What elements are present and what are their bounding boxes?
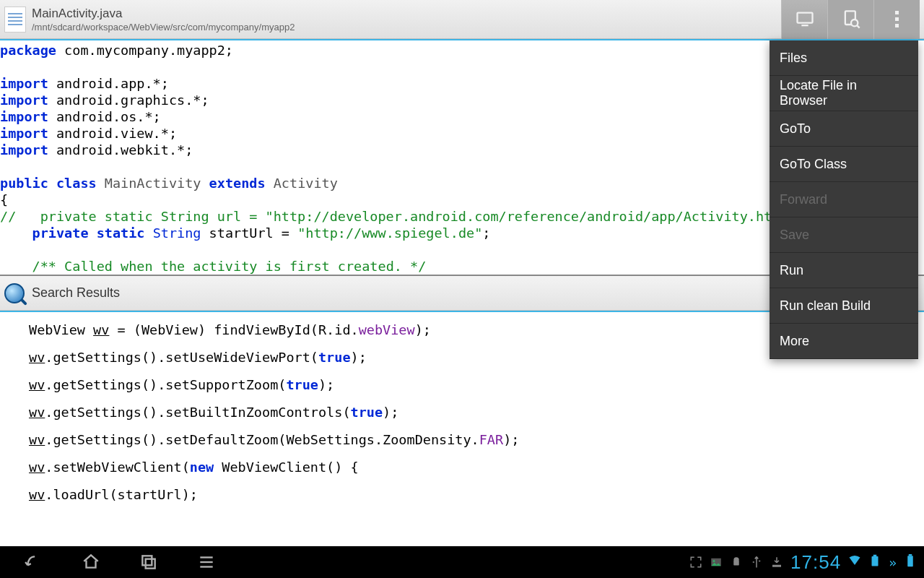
kw-import: import <box>0 126 48 141</box>
type-string: String <box>145 225 201 241</box>
semicolon: ; <box>482 225 490 241</box>
comment-url: // private static String url = "http://d… <box>0 209 788 224</box>
android-icon <box>730 556 743 569</box>
back-button[interactable] <box>4 553 62 571</box>
kw-import: import <box>0 92 48 108</box>
svg-rect-19 <box>909 554 912 556</box>
menu-item-forward: Forward <box>770 182 918 217</box>
search-button[interactable] <box>827 0 873 39</box>
svg-rect-6 <box>146 559 155 569</box>
overflow-menu: Files Locate File in Browser GoTo GoTo C… <box>770 40 918 359</box>
recent-icon <box>139 553 159 571</box>
import-1: android.graphics.*; <box>48 92 209 108</box>
chevron-right-icon: » <box>889 555 897 570</box>
super-name: Activity <box>266 176 338 191</box>
svg-rect-12 <box>733 560 739 566</box>
file-path: /mnt/sdcard/workspace/WebView/src/com/my… <box>32 22 295 33</box>
result-row[interactable]: wv.getSettings().setSupportZoom(true); <box>0 371 924 399</box>
kw-import: import <box>0 76 48 91</box>
svg-rect-16 <box>872 556 879 566</box>
menu-button[interactable] <box>178 553 235 571</box>
svg-line-4 <box>857 25 860 28</box>
overflow-menu-button[interactable] <box>873 0 920 39</box>
menu-item-files[interactable]: Files <box>770 40 918 76</box>
title-bar: MainActivity.java /mnt/sdcard/workspace/… <box>0 0 924 39</box>
pkg-name: com.mycompany.myapp2; <box>56 43 233 58</box>
import-2: android.os.*; <box>48 109 161 124</box>
result-row[interactable]: wv.getSettings().setDefaultZoom(WebSetti… <box>0 426 924 454</box>
status-area[interactable]: 17:54 » <box>689 551 920 574</box>
svg-rect-15 <box>772 566 781 567</box>
svg-point-11 <box>713 560 715 562</box>
search-icon <box>4 283 25 303</box>
comment-javadoc: /** Called when the activity is first cr… <box>32 259 427 274</box>
menu-item-goto[interactable]: GoTo <box>770 111 918 147</box>
clock: 17:54 <box>790 551 841 574</box>
home-icon <box>81 553 101 571</box>
overflow-icon <box>895 11 899 27</box>
class-name: MainActivity <box>97 176 209 191</box>
search-file-icon <box>841 9 861 30</box>
desktop-mode-button[interactable] <box>781 0 827 39</box>
usb-icon <box>750 556 763 569</box>
menu-item-goto-class[interactable]: GoTo Class <box>770 147 918 182</box>
system-nav-bar: 17:54 » <box>0 546 924 578</box>
result-row[interactable]: wv.setWebViewClient(new WebViewClient() … <box>0 454 924 481</box>
toolbar-actions <box>781 0 920 39</box>
import-3: android.view.*; <box>48 126 177 141</box>
download-icon <box>770 556 783 569</box>
kw-extends: extends <box>209 176 266 191</box>
svg-rect-0 <box>797 12 812 22</box>
menu-item-locate[interactable]: Locate File in Browser <box>770 76 918 111</box>
fullscreen-icon <box>689 556 702 569</box>
battery-icon-1 <box>868 554 881 570</box>
kw-public: public <box>0 176 48 191</box>
recent-apps-button[interactable] <box>120 553 178 571</box>
kw-static: static <box>97 225 145 241</box>
kw-class: class <box>56 176 97 191</box>
wifi-icon <box>848 554 861 570</box>
menu-item-run[interactable]: Run <box>770 253 918 288</box>
str-starturl: "http://www.spiegel.de" <box>297 225 482 241</box>
var-starturl: startUrl = <box>201 225 297 241</box>
svg-rect-18 <box>907 556 913 566</box>
file-icon <box>4 7 26 33</box>
menu-item-more[interactable]: More <box>770 324 918 359</box>
title-block: MainActivity.java /mnt/sdcard/workspace/… <box>32 7 295 33</box>
file-name: MainActivity.java <box>32 7 295 21</box>
result-row[interactable]: wv.loadUrl(startUrl); <box>0 481 924 509</box>
kw-import: import <box>0 109 48 124</box>
kw-private: private <box>32 225 89 241</box>
brace: { <box>0 192 8 207</box>
battery-icon-2 <box>904 554 917 570</box>
back-icon <box>23 553 43 571</box>
import-4: android.webkit.*; <box>48 142 193 158</box>
picture-icon <box>710 556 723 569</box>
result-row[interactable]: wv.getSettings().setBuiltInZoomControls(… <box>0 399 924 426</box>
svg-rect-1 <box>801 25 808 26</box>
menu-item-run-clean[interactable]: Run clean Build <box>770 288 918 324</box>
menu-icon <box>196 553 217 571</box>
home-button[interactable] <box>62 553 120 571</box>
menu-item-save: Save <box>770 217 918 253</box>
svg-rect-5 <box>142 556 152 565</box>
kw-package: package <box>0 43 56 58</box>
monitor-icon <box>795 9 815 30</box>
svg-point-3 <box>851 20 858 26</box>
kw-import: import <box>0 142 48 158</box>
svg-rect-17 <box>873 555 877 556</box>
import-0: android.app.*; <box>48 76 169 91</box>
search-results-label: Search Results <box>32 285 120 301</box>
